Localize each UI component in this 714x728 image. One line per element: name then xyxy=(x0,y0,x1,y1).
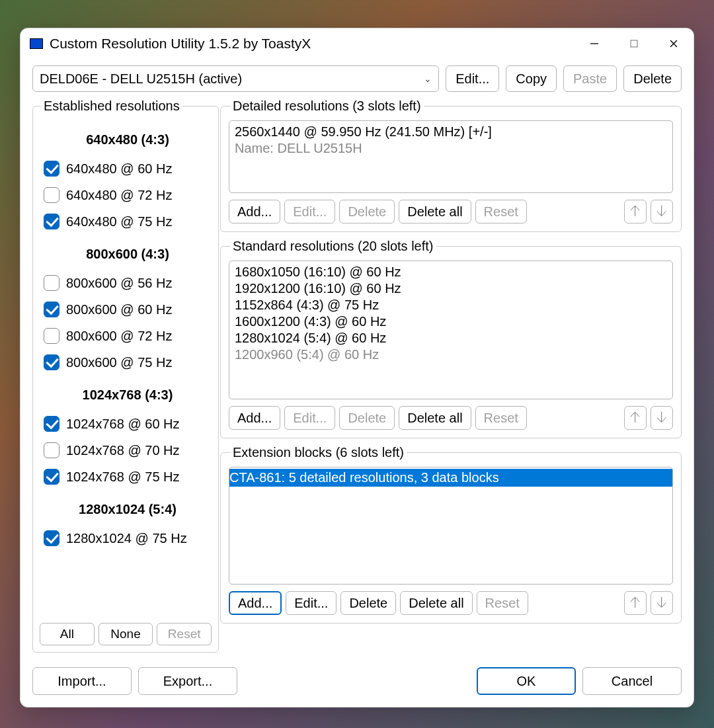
standard-edit-button[interactable]: Edit... xyxy=(284,406,335,430)
est-item-label: 1280x1024 @ 75 Hz xyxy=(66,531,187,546)
ok-button[interactable]: OK xyxy=(477,667,576,695)
standard-reset-button[interactable]: Reset xyxy=(475,406,527,430)
checkbox-icon[interactable] xyxy=(44,354,60,370)
minimize-button[interactable] xyxy=(575,28,614,59)
caption-buttons xyxy=(575,28,694,59)
detailed-edit-button[interactable]: Edit... xyxy=(284,200,335,223)
checkbox-icon[interactable] xyxy=(44,469,60,485)
est-item[interactable]: 800x600 @ 56 Hz xyxy=(44,270,212,296)
cancel-button[interactable]: Cancel xyxy=(582,667,682,695)
checkbox-icon[interactable] xyxy=(44,442,60,458)
delete-display-button[interactable]: Delete xyxy=(623,65,682,92)
est-item[interactable]: 1024x768 @ 70 Hz xyxy=(44,437,212,464)
established-buttons: All None Reset xyxy=(40,623,212,645)
checkbox-icon[interactable] xyxy=(44,187,60,203)
est-reset-button[interactable]: Reset xyxy=(157,623,212,645)
extension-fieldset: Extension blocks (6 slots left) CTA-861:… xyxy=(220,445,682,624)
est-item[interactable]: 800x600 @ 60 Hz xyxy=(44,296,212,323)
standard-add-button[interactable]: Add... xyxy=(229,406,280,430)
est-all-button[interactable]: All xyxy=(40,623,95,645)
extension-edit-button[interactable]: Edit... xyxy=(286,591,337,615)
checkbox-icon[interactable] xyxy=(44,275,60,291)
detailed-deleteall-button[interactable]: Delete all xyxy=(399,200,471,223)
est-item-label: 640x480 @ 72 Hz xyxy=(66,188,172,203)
arrow-down-icon: 🡣 xyxy=(655,204,668,220)
display-select-value: DELD06E - DELL U2515H (active) xyxy=(40,71,242,87)
est-none-button[interactable]: None xyxy=(99,623,153,645)
detailed-down-button[interactable]: 🡣 xyxy=(651,200,673,223)
standard-list[interactable]: 1680x1050 (16:10) @ 60 Hz1920x1200 (16:1… xyxy=(229,261,673,399)
detailed-up-button[interactable]: 🡡 xyxy=(624,200,647,223)
est-item[interactable]: 640x480 @ 75 Hz xyxy=(44,208,212,235)
list-item[interactable]: 1920x1200 (16:10) @ 60 Hz xyxy=(235,280,667,297)
main-columns: Established resolutions 640x480 (4:3)640… xyxy=(32,99,682,655)
est-item[interactable]: 640x480 @ 72 Hz xyxy=(44,182,212,208)
est-item-label: 1024x768 @ 75 Hz xyxy=(66,469,180,485)
checkbox-icon[interactable] xyxy=(44,530,60,546)
est-item-label: 1024x768 @ 70 Hz xyxy=(66,443,180,458)
standard-deleteall-button[interactable]: Delete all xyxy=(399,406,471,430)
footer: Import... Export... OK Cancel xyxy=(32,667,682,695)
extension-list[interactable]: CTA-861: 5 detailed resolutions, 3 data … xyxy=(229,467,673,585)
close-button[interactable] xyxy=(654,28,694,59)
standard-fieldset: Standard resolutions (20 slots left) 168… xyxy=(220,239,682,438)
left-column: Established resolutions 640x480 (4:3)640… xyxy=(32,99,219,655)
est-item-label: 800x600 @ 75 Hz xyxy=(66,355,172,370)
list-item[interactable]: 1280x1024 (5:4) @ 60 Hz xyxy=(235,330,667,346)
extension-down-button[interactable]: 🡣 xyxy=(651,591,673,615)
app-window: Custom Resolution Utility 1.5.2 by Toast… xyxy=(20,28,694,708)
extension-up-button[interactable]: 🡡 xyxy=(624,591,647,615)
detailed-fieldset: Detailed resolutions (3 slots left) 2560… xyxy=(220,99,682,232)
extension-buttons: Add... Edit... Delete Delete all Reset 🡡… xyxy=(229,591,673,615)
list-item[interactable]: Name: DELL U2515H xyxy=(235,140,667,157)
extension-legend: Extension blocks (6 slots left) xyxy=(230,445,407,460)
arrow-down-icon: 🡣 xyxy=(655,411,668,426)
detailed-add-button[interactable]: Add... xyxy=(229,200,280,223)
arrow-up-icon: 🡡 xyxy=(629,411,642,426)
detailed-list[interactable]: 2560x1440 @ 59.950 Hz (241.50 MHz) [+/-]… xyxy=(229,120,673,193)
extension-reset-button[interactable]: Reset xyxy=(477,591,528,615)
detailed-reset-button[interactable]: Reset xyxy=(475,200,527,223)
standard-down-button[interactable]: 🡣 xyxy=(651,406,673,430)
est-group-header: 640x480 (4:3) xyxy=(44,120,212,155)
est-item[interactable]: 1280x1024 @ 75 Hz xyxy=(44,525,212,551)
copy-button[interactable]: Copy xyxy=(506,65,557,92)
extension-add-button[interactable]: Add... xyxy=(229,591,282,615)
standard-delete-button[interactable]: Delete xyxy=(339,406,395,430)
extension-delete-button[interactable]: Delete xyxy=(340,591,396,615)
arrow-down-icon: 🡣 xyxy=(655,596,668,611)
export-button[interactable]: Export... xyxy=(138,667,237,695)
checkbox-icon[interactable] xyxy=(44,161,60,177)
list-item[interactable]: 2560x1440 @ 59.950 Hz (241.50 MHz) [+/-] xyxy=(235,124,667,140)
maximize-button[interactable] xyxy=(614,28,654,59)
import-button[interactable]: Import... xyxy=(32,667,132,695)
maximize-icon xyxy=(629,39,639,48)
est-item[interactable]: 800x600 @ 75 Hz xyxy=(44,349,212,376)
paste-button[interactable]: Paste xyxy=(563,65,617,92)
est-item[interactable]: 1024x768 @ 60 Hz xyxy=(44,411,212,437)
est-item-label: 640x480 @ 60 Hz xyxy=(66,161,172,177)
list-item[interactable]: 1600x1200 (4:3) @ 60 Hz xyxy=(235,313,667,330)
checkbox-icon[interactable] xyxy=(44,416,60,432)
est-item-label: 800x600 @ 72 Hz xyxy=(66,329,172,344)
list-item[interactable]: 1200x960 (5:4) @ 60 Hz xyxy=(235,346,667,363)
display-select[interactable]: DELD06E - DELL U2515H (active) ⌄ xyxy=(32,65,439,92)
top-row: DELD06E - DELL U2515H (active) ⌄ Edit...… xyxy=(32,65,682,92)
standard-up-button[interactable]: 🡡 xyxy=(624,406,647,430)
list-item[interactable]: CTA-861: 5 detailed resolutions, 3 data … xyxy=(229,469,673,487)
detailed-delete-button[interactable]: Delete xyxy=(339,200,395,223)
extension-deleteall-button[interactable]: Delete all xyxy=(400,591,472,615)
edit-display-button[interactable]: Edit... xyxy=(446,65,499,92)
app-icon xyxy=(30,38,43,49)
established-list[interactable]: 640x480 (4:3)640x480 @ 60 Hz640x480 @ 72… xyxy=(40,120,212,620)
list-item[interactable]: 1152x864 (4:3) @ 75 Hz xyxy=(235,297,667,313)
checkbox-icon[interactable] xyxy=(44,302,60,317)
est-item[interactable]: 800x600 @ 72 Hz xyxy=(44,323,212,349)
checkbox-icon[interactable] xyxy=(44,328,60,344)
checkbox-icon[interactable] xyxy=(44,214,60,229)
est-item[interactable]: 1024x768 @ 75 Hz xyxy=(44,464,212,490)
list-item[interactable]: 1680x1050 (16:10) @ 60 Hz xyxy=(235,264,667,280)
est-group-header: 800x600 (4:3) xyxy=(44,235,212,270)
right-column: Detailed resolutions (3 slots left) 2560… xyxy=(220,99,682,655)
est-item[interactable]: 640x480 @ 60 Hz xyxy=(44,155,212,182)
